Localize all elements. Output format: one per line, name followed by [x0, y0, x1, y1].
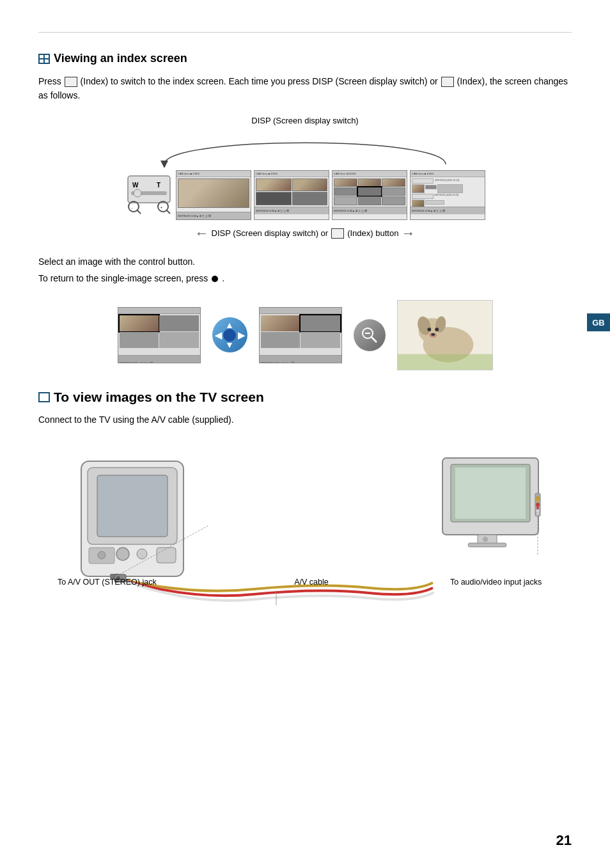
page-content: Viewing an index screen Press (Index) to…	[0, 0, 610, 620]
screen-footer-1: 2007/01/01 9:30▲ ⊞ 三 上 聞	[176, 212, 251, 219]
svg-rect-44	[468, 543, 506, 547]
screen-footer-2: 2007/01/01 9:30▲ ⊞ 三 上 聞	[254, 207, 329, 214]
svg-text:W: W	[132, 182, 139, 189]
audio-video-label: To audio/video input jacks	[450, 576, 552, 588]
svg-point-33	[137, 549, 147, 559]
screen-body-2	[254, 177, 329, 207]
svg-rect-34	[157, 548, 176, 563]
svg-rect-31	[97, 475, 168, 537]
step-screen-header-2	[260, 308, 341, 314]
camera-wt-icon: W T - +	[125, 171, 173, 219]
screen-header-2: CAM 4min ■ 3/3XX	[254, 171, 329, 177]
thumb-2a	[256, 178, 292, 192]
svg-point-24	[435, 327, 439, 331]
av-out-label: To A/V OUT (STEREO) jack	[58, 576, 173, 588]
thumb-3i	[382, 196, 405, 205]
step-screen-2: 2007/01/01 9:30▲ ⊞ 三 上 聞	[259, 307, 342, 363]
step-screen-1: 2007/01/01 9:30▲ ⊞ 三 上 聞	[118, 307, 201, 363]
section2-body: Connect to the TV using the A/V cable (s…	[38, 413, 572, 427]
return-text: To return to the single-image screen, pr…	[38, 271, 572, 285]
svg-line-10	[137, 210, 141, 214]
svg-rect-28	[40, 393, 49, 401]
tv-labels-row: To A/V OUT (STEREO) jack A/V cable To au…	[38, 576, 572, 588]
curved-arrow-area	[88, 129, 522, 168]
section2-heading: To view images on the TV screen	[38, 390, 572, 405]
svg-text:-: -	[131, 205, 133, 210]
screen-header-4: CAM 4min ■ 3/3XX	[411, 171, 485, 177]
thumb-3f	[382, 187, 405, 196]
step-thumb-selected	[120, 315, 159, 331]
screen-footer-3: 2007/01/01 9:30▲ ⊞ 三 上 聞	[332, 207, 407, 214]
svg-line-16	[371, 337, 377, 342]
arrow-down: ▼	[225, 340, 234, 350]
paragraph-press: Press	[38, 76, 61, 86]
bullet-icon	[212, 276, 218, 282]
tv-heading-icon	[38, 392, 50, 402]
thumb-3a	[334, 178, 357, 187]
bottom-label-suffix: (Index) button	[347, 228, 398, 238]
index-button-icon-2	[441, 77, 454, 87]
thumb-3b	[358, 178, 382, 187]
step-screen-body-1	[118, 314, 200, 349]
svg-point-36	[98, 551, 106, 559]
svg-line-13	[166, 210, 170, 214]
screen-grid4: CAM 4min ■ 3/3XX 2007/01/01 9:30▲ ⊞ 三 上 …	[254, 170, 329, 220]
steps-row: 2007/01/01 9:30▲ ⊞ 三 上 聞 ▲ ▼ ◀ ▶ 2007/01…	[38, 300, 572, 370]
step-thumb-7	[261, 332, 301, 348]
step-thumb-8	[301, 332, 340, 348]
screen-header-3: CAM 4min ⊞ 3/3XX	[332, 171, 407, 177]
svg-rect-4	[128, 176, 170, 203]
index-button-icon-1	[65, 77, 77, 87]
page-number: 21	[556, 832, 572, 849]
svg-point-26	[431, 333, 435, 336]
screens-row: W T - + CAM 4min ■ 3/	[88, 170, 522, 220]
svg-text:T: T	[157, 182, 160, 189]
thumb-2d	[292, 192, 328, 205]
arrow-left: ◀	[215, 330, 222, 340]
step-screen-footer-2: 2007/01/01 9:30▲ ⊞ 三 上 聞	[260, 355, 341, 363]
zoom-button[interactable]	[354, 319, 386, 351]
svg-rect-27	[398, 354, 492, 370]
screen-body-3	[332, 177, 407, 207]
screen-footer-4: 2007/01/01 9:30▲ ⊞ 三 上 聞	[411, 207, 485, 214]
control-button[interactable]: ▲ ▼ ◀ ▶	[212, 317, 247, 352]
arrow-up: ▲	[225, 320, 234, 330]
disp-label-text: DISP (Screen display switch)	[251, 116, 358, 125]
screens-container: W T - + CAM 4min ■ 3/	[88, 170, 522, 220]
screen-grid9: CAM 4min ⊞ 3/3XX 2007/01/01 9:30▲ ⊞ 三 上 …	[332, 170, 407, 220]
disp-label-top: DISP (Screen display switch)	[38, 116, 572, 125]
large-dog-photo	[397, 300, 493, 370]
step-thumb-3	[120, 332, 159, 348]
thumb-3d	[334, 187, 357, 196]
bottom-arrow-label: ← DISP (Screen display switch) or (Index…	[38, 225, 572, 242]
step-screen-body-2	[260, 314, 341, 349]
bottom-label-prefix: DISP (Screen display switch) or	[212, 228, 329, 238]
thumb-3e	[358, 187, 382, 196]
gb-badge: GB	[587, 313, 610, 331]
thumb-dog-1	[178, 178, 249, 208]
svg-rect-42	[455, 468, 526, 519]
section1-paragraph: Press (Index) to switch to the index scr…	[38, 74, 572, 103]
thumb-2b	[292, 178, 328, 192]
svg-rect-0	[40, 55, 43, 58]
index-button-icon-3	[331, 228, 344, 239]
step-thumb-selected-2	[301, 315, 340, 331]
svg-rect-2	[40, 59, 43, 63]
screen-list: CAM 4min ■ 3/3XX 2007/01/01 [2022-01-01]	[410, 170, 485, 220]
disp-curved-arrow-svg	[88, 129, 522, 168]
top-rule	[38, 32, 572, 33]
screen-single: CAM 4min ■ 3/3XX 2007/01/01 9:30▲ ⊞ 三 上 …	[176, 170, 251, 220]
svg-rect-3	[45, 59, 49, 63]
thumb-2c	[256, 192, 292, 205]
svg-point-32	[116, 548, 129, 560]
step-thumb-5	[261, 315, 301, 331]
svg-point-8	[134, 189, 141, 197]
svg-point-23	[427, 327, 431, 331]
svg-rect-1	[45, 55, 49, 58]
step-screen-header-1	[118, 308, 200, 314]
screen-header-1: CAM 4min ■ 3/3XX	[176, 171, 251, 177]
screen-body-4: 2007/01/01 [2022-01-01] 2007/01/05 [2022…	[411, 177, 485, 207]
index-heading-icon	[38, 54, 50, 64]
step-thumb-4	[159, 332, 199, 348]
step-thumb-2	[159, 315, 199, 331]
